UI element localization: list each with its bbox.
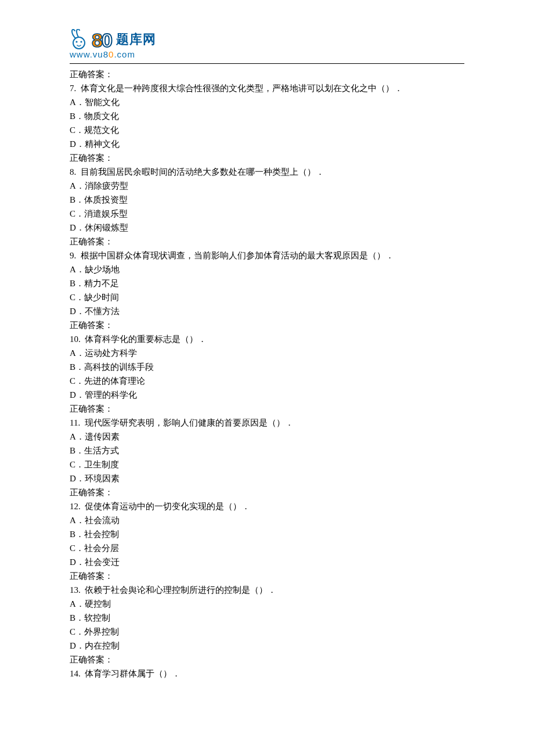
question-stem: 10. 体育科学化的重要标志是（）． [70, 332, 464, 346]
answer-line: 正确答案： [70, 318, 464, 332]
question-option: A．遗传因素 [70, 430, 464, 444]
question-option: D．休闲锻炼型 [70, 221, 464, 235]
answer-line: 正确答案： [70, 235, 464, 249]
answer-line: 正确答案： [70, 151, 464, 165]
lead-answer-line: 正确答案： [70, 67, 464, 81]
logo: 8 0 题库网 [70, 29, 464, 50]
question-option: A．社会流动 [70, 513, 464, 527]
question-stem: 11. 现代医学研究表明，影响人们健康的首要原因是（）． [70, 416, 464, 430]
question-option: C．社会分层 [70, 541, 464, 555]
header-divider [70, 63, 464, 64]
question-option: C．规范文化 [70, 123, 464, 137]
brand-url: www.vu80.com [70, 48, 464, 62]
question-option: B．物质文化 [70, 109, 464, 123]
question-option: D．管理的科学化 [70, 388, 464, 402]
question-option: D．环境因素 [70, 471, 464, 485]
url-highlight: 0 [109, 49, 114, 59]
question-stem: 13. 依赖于社会舆论和心理控制所进行的控制是（）． [70, 583, 464, 597]
question-stem: 12. 促使体育运动中的一切变化实现的是（）． [70, 499, 464, 513]
question-option: A．智能文化 [70, 95, 464, 109]
question-option: B．生活方式 [70, 444, 464, 458]
question-option: A．缺少场地 [70, 262, 464, 276]
logo-80: 8 0 [92, 30, 113, 50]
question-stem: 7. 体育文化是一种跨度很大综合性很强的文化类型，严格地讲可以划在文化之中（）． [70, 81, 464, 95]
document-page: 8 0 题库网 www.vu80.com 正确答案： 7. 体育文化是一种跨度很… [0, 0, 534, 756]
question-stem: 8. 目前我国居民余暇时间的活动绝大多数处在哪一种类型上（）． [70, 165, 464, 179]
question-option: B．社会控制 [70, 527, 464, 541]
answer-line: 正确答案： [70, 653, 464, 667]
url-prefix: www.vu8 [70, 49, 109, 59]
question-option: C．先进的体育理论 [70, 374, 464, 388]
answer-line: 正确答案： [70, 569, 464, 583]
url-suffix: .com [114, 49, 135, 59]
question-stem: 14. 体育学习群体属于（）． [70, 667, 464, 681]
question-option: B．高科技的训练手段 [70, 360, 464, 374]
question-option: A．消除疲劳型 [70, 179, 464, 193]
question-option: D．社会变迁 [70, 555, 464, 569]
question-option: A．运动处方科学 [70, 346, 464, 360]
bunny-icon [70, 29, 89, 50]
svg-point-2 [80, 41, 82, 42]
question-option: D．内在控制 [70, 639, 464, 653]
question-option: B．精力不足 [70, 276, 464, 290]
question-option: B．体质投资型 [70, 193, 464, 207]
question-option: D．不懂方法 [70, 304, 464, 318]
question-option: C．外界控制 [70, 625, 464, 639]
question-option: B．软控制 [70, 611, 464, 625]
svg-point-1 [75, 41, 77, 42]
question-option: A．硬控制 [70, 597, 464, 611]
answer-line: 正确答案： [70, 402, 464, 416]
question-option: C．缺少时间 [70, 290, 464, 304]
answer-line: 正确答案： [70, 485, 464, 499]
page-header: 8 0 题库网 www.vu80.com [70, 29, 464, 64]
question-option: C．卫生制度 [70, 458, 464, 471]
question-option: C．消遣娱乐型 [70, 207, 464, 221]
brand-name-cn: 题库网 [116, 29, 156, 49]
svg-point-0 [73, 37, 85, 49]
question-option: D．精神文化 [70, 137, 464, 151]
question-content: 正确答案： 7. 体育文化是一种跨度很大综合性很强的文化类型，严格地讲可以划在文… [70, 67, 464, 681]
logo-digit-0: 0 [102, 30, 113, 50]
question-stem: 9. 根据中国群众体育现状调查，当前影响人们参加体育活动的最大客观原因是（）． [70, 249, 464, 262]
